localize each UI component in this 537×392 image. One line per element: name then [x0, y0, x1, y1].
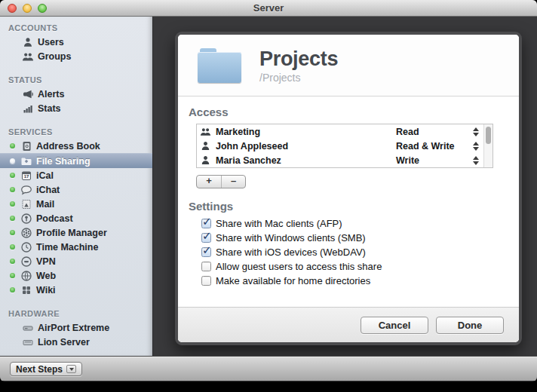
sidebar-item-groups[interactable]: Groups: [0, 49, 152, 63]
share-path: /Projects: [259, 72, 338, 84]
sidebar-item-wiki[interactable]: Wiki: [0, 283, 152, 297]
checkbox-checked[interactable]: [201, 233, 211, 243]
checkbox-unchecked[interactable]: [201, 262, 211, 271]
vpn-circle-icon: [20, 256, 32, 268]
gear-globe-icon: [20, 227, 32, 239]
access-name: Marketing: [216, 127, 396, 137]
status-dot-green: [10, 173, 15, 178]
remove-button[interactable]: –: [221, 176, 245, 188]
checkbox-row-guest[interactable]: Allow guest users to access this share: [201, 259, 519, 274]
sidebar-item-airport-extreme[interactable]: AirPort Extreme: [0, 320, 152, 335]
calendar-icon: 17: [20, 170, 32, 182]
globe-icon: [20, 270, 32, 282]
section-header-status: STATUS: [0, 73, 152, 87]
permission-stepper[interactable]: [468, 127, 483, 136]
section-header-accounts: ACCOUNTS: [0, 21, 152, 35]
stamp-icon: [20, 198, 32, 210]
share-title: Projects: [259, 47, 338, 71]
wiki-grid-icon: [20, 284, 32, 296]
sidebar-item-podcast[interactable]: Podcast: [0, 211, 152, 225]
access-permission: Read: [396, 127, 468, 137]
status-dot-green: [10, 201, 15, 207]
section-header-hardware: HARDWARE: [0, 307, 152, 320]
group-icon: [200, 126, 213, 137]
airport-base-icon: [22, 322, 34, 334]
app-window: Server ACCOUNTS Users Groups STATUS Aler…: [0, 0, 537, 381]
permission-stepper[interactable]: [468, 156, 483, 165]
next-steps-button[interactable]: Next Steps: [10, 362, 82, 376]
access-name: John Appleseed: [216, 141, 396, 152]
cancel-button[interactable]: Cancel: [361, 317, 428, 334]
status-dot-green: [10, 287, 15, 292]
sidebar-item-stats[interactable]: Stats: [0, 101, 152, 115]
content-pane: Projects /Projects Access Marketing Read: [153, 17, 537, 356]
sidebar-item-address-book[interactable]: Address Book: [0, 139, 152, 153]
scrollbar[interactable]: [483, 124, 493, 167]
scrollbar-thumb[interactable]: [486, 127, 491, 144]
add-remove-segmented-control: + –: [196, 175, 246, 188]
dialog-header: Projects /Projects: [178, 35, 519, 96]
checkbox-row-webdav[interactable]: Share with iOS devices (WebDAV): [201, 245, 519, 259]
access-permission: Write: [396, 155, 468, 166]
access-heading: Access: [189, 106, 519, 118]
sidebar-item-profile-manager[interactable]: Profile Manager: [0, 225, 152, 240]
checkbox-row-home-dirs[interactable]: Make available for home directories: [201, 274, 519, 288]
minimize-window-button[interactable]: [23, 4, 32, 13]
access-row[interactable]: Marketing Read: [197, 124, 493, 139]
chevron-down-icon: [66, 365, 76, 373]
status-dot-green: [10, 143, 15, 149]
window-title: Server: [0, 0, 537, 16]
sidebar-item-mail[interactable]: Mail: [0, 197, 152, 211]
checkbox-unchecked[interactable]: [201, 276, 211, 286]
bar-chart-icon: [22, 103, 34, 115]
status-dot-green: [10, 216, 15, 221]
bottom-toolbar: Next Steps: [0, 356, 537, 381]
svg-text:17: 17: [24, 174, 29, 179]
user-icon: [200, 140, 213, 152]
access-name: Maria Sanchez: [216, 155, 396, 166]
done-button[interactable]: Done: [436, 317, 504, 334]
checkbox-row-smb[interactable]: Share with Windows clients (SMB): [201, 231, 519, 245]
shared-folder-icon: [20, 155, 32, 167]
sidebar-item-users[interactable]: Users: [0, 35, 152, 49]
status-dot-green: [10, 259, 15, 264]
share-point-dialog: Projects /Projects Access Marketing Read: [175, 32, 522, 345]
access-row[interactable]: Maria Sanchez Write: [197, 153, 493, 167]
sidebar-item-web[interactable]: Web: [0, 268, 152, 283]
permission-stepper[interactable]: [468, 142, 483, 151]
user-icon: [22, 36, 34, 48]
access-row[interactable]: John Appleseed Read & Write: [197, 139, 493, 153]
megaphone-icon: [22, 88, 34, 100]
server-box-icon: [22, 336, 34, 348]
access-list[interactable]: Marketing Read John Appleseed Read & Wri…: [196, 124, 493, 168]
sidebar-item-file-sharing[interactable]: File Sharing: [0, 153, 152, 168]
status-dot-green: [10, 230, 15, 235]
sidebar-item-time-machine[interactable]: Time Machine: [0, 240, 152, 254]
sidebar: ACCOUNTS Users Groups STATUS Alerts Stat…: [0, 17, 153, 356]
status-dot-green: [10, 244, 15, 250]
section-header-services: SERVICES: [0, 125, 152, 139]
settings-heading: Settings: [189, 200, 519, 213]
status-dot-green: [10, 273, 15, 278]
blue-folder-icon: [198, 48, 241, 83]
add-button[interactable]: +: [197, 176, 221, 188]
chat-bubble-icon: [20, 184, 32, 196]
address-book-icon: [20, 140, 32, 152]
checkbox-row-afp[interactable]: Share with Mac clients (AFP): [201, 216, 519, 231]
microphone-icon: [20, 213, 32, 225]
sidebar-item-alerts[interactable]: Alerts: [0, 87, 152, 101]
checkbox-checked[interactable]: [201, 247, 211, 257]
access-permission: Read & Write: [396, 141, 468, 152]
sidebar-item-ical[interactable]: 17 iCal: [0, 168, 152, 182]
sidebar-item-vpn[interactable]: VPN: [0, 254, 152, 268]
dialog-footer: Cancel Done: [178, 307, 519, 342]
checkbox-checked[interactable]: [201, 219, 211, 228]
group-icon: [22, 51, 34, 63]
clock-icon: [20, 241, 32, 253]
title-bar[interactable]: Server: [0, 0, 537, 17]
zoom-window-button[interactable]: [38, 4, 47, 13]
sidebar-item-ichat[interactable]: iChat: [0, 182, 152, 197]
close-window-button[interactable]: [8, 4, 17, 13]
sidebar-item-lion-server[interactable]: Lion Server: [0, 335, 152, 349]
window-controls: [8, 4, 47, 13]
